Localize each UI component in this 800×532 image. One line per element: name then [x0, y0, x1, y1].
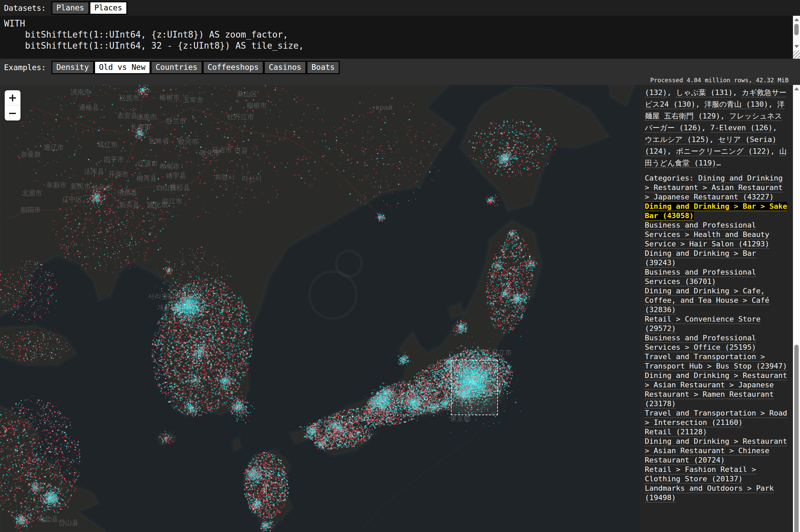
brand-link[interactable]: ポニークリーニング (122) — [676, 147, 770, 155]
datasets-bar: Datasets: PlanesPlaces — [0, 0, 800, 16]
sidebar-scrollbar[interactable] — [793, 85, 800, 532]
example-button-countries[interactable]: Countries — [150, 61, 203, 74]
category-link[interactable]: Dining and Drinking > Restaurant > Asian… — [645, 174, 783, 201]
scroll-down-icon[interactable] — [794, 45, 799, 48]
textarea-resize-grip-icon[interactable] — [793, 50, 800, 59]
category-link-selected[interactable]: Dining and Drinking > Bar > Sake Bar (43… — [645, 202, 787, 220]
category-link[interactable]: Landmarks and Outdoors > Park (19498) — [645, 484, 774, 502]
category-link[interactable]: Business and Professional Services > Off… — [645, 334, 756, 352]
category-link[interactable]: Retail > Convenience Store (29572) — [645, 315, 760, 332]
category-link[interactable]: Retail > Fashion Retail > Clothing Store… — [645, 465, 756, 483]
query-status: Processed 4.04 million rows, 42.32 MiB — [0, 76, 800, 85]
zoom-control: + − — [5, 90, 20, 120]
map-canvas[interactable] — [0, 85, 640, 532]
example-button-casinos[interactable]: Casinos — [264, 61, 306, 74]
datasets-label: Datasets: — [4, 4, 46, 13]
sql-editor-text[interactable]: WITH bitShiftLeft(1::UInt64, {z:UInt8}) … — [0, 16, 800, 54]
example-button-density[interactable]: Density — [51, 61, 94, 74]
zoom-in-button[interactable]: + — [5, 90, 20, 106]
brand-link[interactable]: 洋服の青山 (130) — [705, 100, 768, 109]
brand-link[interactable]: しゃぶ葉 (131) — [676, 88, 733, 97]
zoom-out-button[interactable]: − — [5, 106, 20, 120]
brand-list: (132), しゃぶ葉 (131), カギ救急サービス24 (130), 洋服の… — [645, 87, 788, 169]
category-link[interactable]: Business and Professional Services > Hea… — [645, 221, 769, 248]
brand-link[interactable]: (132) — [645, 88, 667, 97]
brand-link[interactable]: ウエルシア (125) — [645, 135, 709, 144]
category-list: Categories: Dining and Drinking > Restau… — [645, 173, 788, 502]
scroll-up-icon[interactable] — [794, 87, 799, 90]
category-link[interactable]: Dining and Drinking > Restaurant > Asian… — [645, 437, 787, 464]
example-button-boats[interactable]: Boats — [306, 61, 340, 74]
editor-scrollbar[interactable] — [793, 16, 800, 50]
examples-label: Examples: — [4, 63, 46, 72]
sidebar-scrollbar-thumb[interactable] — [794, 345, 799, 532]
examples-button-group: DensityOld vs NewCountriesCoffeeshopsCas… — [51, 61, 340, 74]
category-link[interactable]: Dining and Drinking > Cafe, Coffee, and … — [645, 287, 769, 314]
map-selection-rectangle[interactable] — [451, 360, 498, 415]
example-button-coffeeshops[interactable]: Coffeeshops — [203, 61, 264, 74]
sql-editor[interactable]: WITH bitShiftLeft(1::UInt64, {z:UInt8}) … — [0, 16, 800, 59]
category-link[interactable]: Retail (21128) — [645, 428, 707, 436]
editor-scrollbar-thumb[interactable] — [794, 24, 799, 35]
map[interactable]: 洮南市松原市榆树市五常市麻山区穆棱市牡丹江市通榆县农安县德惠市舒兰市长春市吉林省… — [0, 85, 640, 532]
brand-link[interactable]: 7-Eleven (126) — [710, 124, 772, 132]
category-link[interactable]: Business and Professional Services (3670… — [645, 268, 756, 286]
category-link[interactable]: Dining and Drinking > Bar (39243) — [645, 249, 756, 267]
scroll-up-icon[interactable] — [794, 18, 799, 21]
main-area: 洮南市松原市榆树市五常市麻山区穆棱市牡丹江市通榆县农安县德惠市舒兰市长春市吉林省… — [0, 85, 800, 532]
category-link[interactable]: Travel and Transportation > Road > Inter… — [645, 409, 787, 426]
results-sidebar[interactable]: (132), しゃぶ葉 (131), カギ救急サービス24 (130), 洋服の… — [640, 85, 793, 532]
datasets-button-group: PlanesPlaces — [51, 1, 127, 15]
category-link[interactable]: Travel and Transportation > Transport Hu… — [645, 353, 787, 370]
dataset-button-places[interactable]: Places — [89, 1, 127, 15]
examples-bar: Examples: DensityOld vs NewCountriesCoff… — [0, 59, 800, 76]
example-button-old-vs-new[interactable]: Old vs New — [94, 61, 150, 74]
dataset-button-planes[interactable]: Planes — [51, 1, 89, 15]
category-link[interactable]: Dining and Drinking > Restaurant > Asian… — [645, 371, 787, 408]
